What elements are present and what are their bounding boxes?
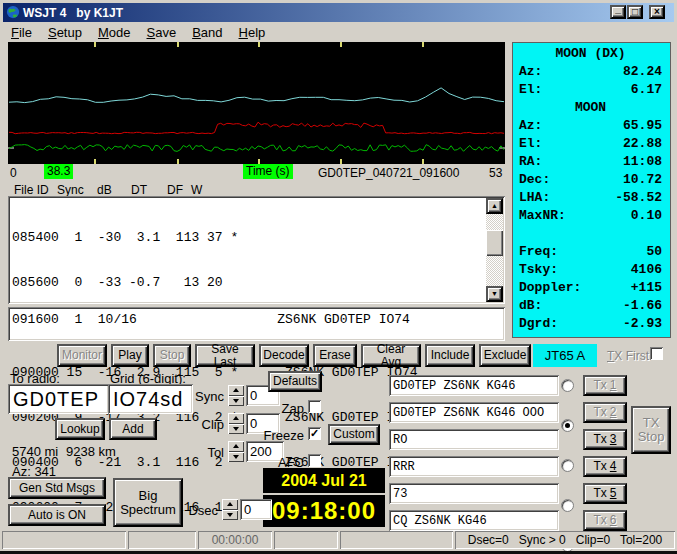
menu-mode[interactable]: Mode bbox=[90, 23, 139, 42]
add-button[interactable]: Add bbox=[109, 418, 157, 440]
freeze-checkbox[interactable]: ✓ bbox=[308, 427, 321, 440]
clear-avg-button[interactable]: Clear Avg bbox=[361, 344, 421, 367]
menu-file[interactable]: File bbox=[3, 23, 40, 42]
tx4-radio[interactable] bbox=[561, 499, 574, 512]
tol-spinner[interactable] bbox=[228, 441, 244, 462]
spin-down-icon[interactable] bbox=[228, 424, 244, 435]
col-db: dB bbox=[97, 183, 112, 197]
zap-checkbox[interactable] bbox=[308, 400, 321, 413]
tx1-message-input[interactable]: GD0TEP ZS6NK KG46 bbox=[389, 375, 559, 396]
moon-az-value: 65.95 bbox=[623, 118, 662, 136]
monitor-button[interactable]: Monitor bbox=[57, 344, 107, 367]
include-button[interactable]: Include bbox=[425, 344, 475, 367]
tx5-message-input[interactable]: 73 bbox=[389, 483, 559, 504]
col-sync: Sync bbox=[57, 183, 84, 197]
tx3-message-input[interactable]: RO bbox=[389, 429, 559, 450]
spin-up-icon[interactable] bbox=[228, 385, 244, 396]
clip-label: Clip bbox=[186, 417, 224, 432]
wsjt-globe-icon bbox=[6, 5, 20, 19]
tol-label: Tol bbox=[186, 445, 224, 460]
maximize-button[interactable]: □ bbox=[627, 5, 643, 19]
tx2-radio[interactable] bbox=[561, 419, 574, 432]
tx6-button[interactable]: Tx6 bbox=[583, 510, 627, 531]
menu-band[interactable]: Band bbox=[184, 23, 230, 42]
decode-scrollbar[interactable]: ▲ ▼ bbox=[486, 198, 503, 302]
titlebar[interactable]: WSJT 4 by K1JT _ □ × bbox=[3, 3, 674, 22]
play-button[interactable]: Play bbox=[111, 344, 149, 367]
scroll-down-button[interactable]: ▼ bbox=[486, 286, 503, 302]
check-icon: ✓ bbox=[310, 427, 319, 440]
time-display: 09:18:00 bbox=[263, 495, 385, 527]
tx3-radio[interactable] bbox=[561, 459, 574, 472]
db-value: -1.66 bbox=[623, 298, 662, 316]
exclude-button[interactable]: Exclude bbox=[479, 344, 531, 367]
tx3-button[interactable]: Tx3 bbox=[583, 429, 627, 450]
moon-ra-label: RA: bbox=[519, 154, 542, 172]
tx4-message-input[interactable]: RRR bbox=[389, 456, 559, 477]
tx-stop-button[interactable]: TX Stop bbox=[631, 406, 671, 454]
custom-button[interactable]: Custom bbox=[328, 424, 380, 445]
decode-row: 085400 1 -30 3.1 113 37 * bbox=[12, 230, 418, 245]
tx2-button[interactable]: Tx2 bbox=[583, 402, 627, 423]
moon-el-label: El: bbox=[519, 136, 542, 154]
auto-toggle-button[interactable]: Auto is ON bbox=[8, 504, 106, 526]
close-button[interactable]: × bbox=[649, 5, 665, 19]
sync-spinner[interactable] bbox=[228, 385, 244, 406]
tsky-value: 4106 bbox=[631, 262, 662, 280]
col-w: W bbox=[191, 183, 202, 197]
scroll-up-icon: ▲ bbox=[491, 202, 498, 209]
spin-up-icon[interactable] bbox=[228, 441, 244, 452]
spin-down-icon[interactable] bbox=[222, 510, 238, 521]
tx5-button[interactable]: Tx5 bbox=[583, 483, 627, 504]
lookup-button[interactable]: Lookup bbox=[55, 418, 105, 440]
freq-label: Freq: bbox=[519, 244, 558, 262]
minimize-button[interactable]: _ bbox=[610, 5, 626, 19]
tx2-message-input[interactable]: GD0TEP ZS6NK KG46 OOO bbox=[389, 402, 559, 423]
dgrd-label: Dgrd: bbox=[519, 316, 558, 334]
freeze-label: Freeze bbox=[254, 428, 304, 443]
spin-down-icon[interactable] bbox=[228, 452, 244, 463]
menu-help[interactable]: Help bbox=[231, 23, 274, 42]
to-radio-input[interactable]: GD0TEP bbox=[8, 384, 109, 414]
tx4-button[interactable]: Tx4 bbox=[583, 456, 627, 477]
average-decode-box[interactable]: 091600 1 10/16 ZS6NK GD0TEP IO74 bbox=[8, 307, 505, 341]
spin-up-icon[interactable] bbox=[222, 499, 238, 510]
dsec-value[interactable]: 0 bbox=[240, 499, 272, 520]
status-panel bbox=[2, 531, 126, 549]
db-label: dB: bbox=[519, 298, 542, 316]
menu-save[interactable]: Save bbox=[139, 23, 185, 42]
col-file-id: File ID bbox=[14, 183, 49, 197]
status-panel bbox=[128, 531, 196, 549]
save-last-button[interactable]: Save Last bbox=[195, 344, 255, 367]
gen-std-msgs-button[interactable]: Gen Std Msgs bbox=[8, 477, 106, 499]
tx1-radio[interactable] bbox=[561, 379, 574, 392]
tx1-button[interactable]: Tx1 bbox=[583, 375, 627, 396]
current-spectrum-trace bbox=[9, 145, 504, 152]
spin-up-icon[interactable] bbox=[228, 413, 244, 424]
grid-input[interactable]: IO74sd bbox=[108, 384, 193, 414]
decode-list[interactable]: 085400 1 -30 3.1 113 37 * 085600 0 -33 -… bbox=[8, 196, 505, 304]
moon-maxnr-value: 0.10 bbox=[631, 208, 662, 226]
dsec-spinner[interactable] bbox=[222, 499, 238, 520]
moon-dx-el-label: El: bbox=[519, 82, 542, 100]
distance-miles: 5740 mi bbox=[12, 444, 58, 459]
distance-km: 9238 km bbox=[66, 444, 116, 459]
status-panel bbox=[340, 531, 453, 549]
defaults-button[interactable]: Defaults bbox=[268, 371, 322, 392]
menu-setup[interactable]: Setup bbox=[40, 23, 90, 42]
clip-spinner[interactable] bbox=[228, 413, 244, 434]
stop-button[interactable]: Stop bbox=[153, 344, 191, 367]
scrollbar-thumb[interactable] bbox=[486, 230, 503, 256]
decode-button[interactable]: Decode bbox=[259, 344, 309, 367]
tx6-message-input[interactable]: CQ ZS6NK KG46 bbox=[389, 510, 559, 531]
tx-first-label: TX First bbox=[607, 349, 649, 363]
erase-button[interactable]: Erase bbox=[313, 344, 357, 367]
big-spectrum-button[interactable]: Big Spectrum bbox=[113, 478, 183, 527]
scroll-up-button[interactable]: ▲ bbox=[486, 198, 503, 214]
moon-lha-label: LHA: bbox=[519, 190, 550, 208]
time-axis-end: 53 bbox=[489, 166, 502, 180]
time-axis-label: Time (s) bbox=[243, 164, 293, 179]
tx-first-checkbox[interactable] bbox=[650, 347, 663, 360]
spin-down-icon[interactable] bbox=[228, 396, 244, 407]
afc-checkbox[interactable] bbox=[308, 454, 321, 467]
